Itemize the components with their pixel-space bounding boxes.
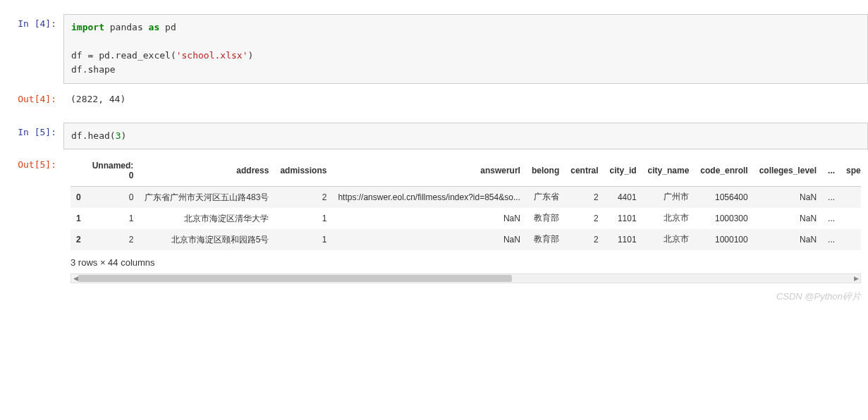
col-index [71,155,87,187]
table-row: 11北京市海淀区清华大学1NaN教育部21101北京市1000300NaN...… [71,208,861,229]
cell-address: 北京市海淀区颐和园路5号 [139,229,274,250]
row-index: 0 [71,186,87,208]
dataframe-table: Unnamed: 0 address admissions answerurl … [71,155,861,250]
col-ellipsis: ... [822,155,841,187]
output-cell-5: Out[5]: Unnamed: 0 address admissions an… [0,155,868,283]
cell-special: [] [841,229,861,250]
dataframe-summary: 3 rows × 44 columns [71,250,861,272]
txt-line2b: ) [247,50,253,61]
prompt-out-4: Out[4]: [0,89,63,104]
scroll-right-arrow-icon[interactable]: ▶ [852,274,860,283]
cell-city_id: 1101 [604,229,642,250]
cell-ellipsis: ... [822,186,841,208]
cell-city_id: 4401 [604,186,642,208]
output-text-4: (2822, 44) [63,89,868,109]
txt-line3: df.shape [71,64,116,75]
table-row: 00广东省广州市天河区五山路483号2https://answer.eol.cn… [71,186,861,208]
horizontal-scrollbar[interactable]: ◀ ▶ [71,273,861,283]
cell-city_name: 北京市 [642,208,695,229]
col-special: special [841,155,861,187]
col-answerurl: answerurl [332,155,525,187]
row-index: 2 [71,229,87,250]
cell-admissions: 2 [274,186,332,208]
txt-pd: pd [159,22,176,32]
cell-city_id: 1101 [604,208,642,229]
prompt-in-4: In [4]: [0,14,63,29]
cell-unnamed: 2 [87,229,140,250]
txt-line2a: df = pd.read_excel( [71,50,176,61]
col-central: central [565,155,604,187]
col-cityid: city_id [604,155,642,187]
cell-ellipsis: ... [822,229,841,250]
kw-import: import [71,22,104,32]
txt-pandas: pandas [104,22,149,32]
cell-belong: 教育部 [526,229,565,250]
cell-admissions: 1 [274,229,332,250]
dataframe-scroll[interactable]: Unnamed: 0 address admissions answerurl … [71,155,861,250]
txt-head-end: ) [121,130,126,141]
row-index: 1 [71,208,87,229]
cell-admissions: 1 [274,208,332,229]
cell-code_enroll: 1000300 [695,208,753,229]
cell-central: 2 [565,229,604,250]
col-cityname: city_name [642,155,695,187]
output-cell-4: Out[4]: (2822, 44) [0,89,868,109]
cell-address: 广东省广州市天河区五山路483号 [139,186,274,208]
col-admissions: admissions [274,155,332,187]
cell-belong: 教育部 [526,208,565,229]
cell-belong: 广东省 [526,186,565,208]
cell-ellipsis: ... [822,208,841,229]
prompt-in-5: In [5]: [0,123,63,137]
table-row: 22北京市海淀区颐和园路5号1NaN教育部21101北京市1000100NaN.… [71,229,861,250]
cell-colleges_level: NaN [754,208,822,229]
col-unnamed: Unnamed: 0 [87,155,140,187]
cell-central: 2 [565,186,604,208]
cell-answerurl: NaN [332,208,525,229]
cell-answerurl: https://answer.eol.cn/fillmess/index?id=… [332,186,525,208]
str-filename: 'school.xlsx' [176,50,248,61]
col-address: address [139,155,274,187]
table-header-row: Unnamed: 0 address admissions answerurl … [71,155,861,187]
code-input-4[interactable]: import pandas as pd df = pd.read_excel('… [63,14,868,84]
cell-colleges_level: NaN [754,186,822,208]
code-input-5[interactable]: df.head(3) [63,123,868,149]
col-codeenroll: code_enroll [695,155,753,187]
cell-unnamed: 0 [87,186,140,208]
col-belong: belong [526,155,565,187]
cell-code_enroll: 1000100 [695,229,753,250]
watermark-text: CSDN @Python碎片 [776,290,861,303]
cell-city_name: 北京市 [642,229,695,250]
prompt-out-5: Out[5]: [0,155,63,170]
cell-answerurl: NaN [332,229,525,250]
scroll-thumb[interactable] [78,275,512,282]
cell-unnamed: 1 [87,208,140,229]
input-cell-5: In [5]: df.head(3) [0,123,868,149]
cell-address: 北京市海淀区清华大学 [139,208,274,229]
kw-as: as [149,22,160,32]
cell-special: [] [841,186,861,208]
cell-code_enroll: 1056400 [695,186,753,208]
cell-colleges_level: NaN [754,229,822,250]
cell-special: [] [841,208,861,229]
cell-central: 2 [565,208,604,229]
col-collegeslevel: colleges_level [754,155,822,187]
input-cell-4: In [4]: import pandas as pd df = pd.read… [0,14,868,84]
txt-head: df.head( [71,130,116,141]
output-html-5: Unnamed: 0 address admissions answerurl … [63,155,868,283]
cell-city_name: 广州市 [642,186,695,208]
